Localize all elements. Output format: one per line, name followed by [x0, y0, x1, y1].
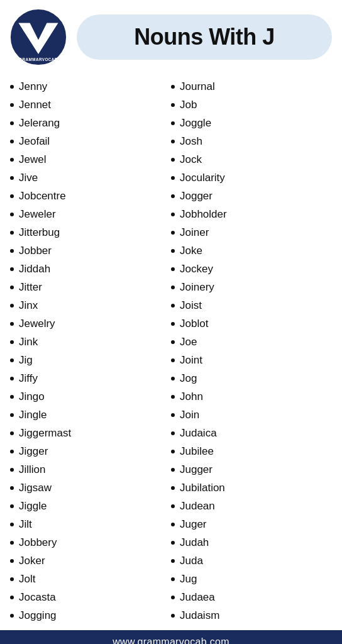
noun-word: Jocasta [19, 591, 56, 604]
noun-word: Join [180, 409, 199, 421]
bullet-icon [171, 213, 175, 216]
bullet-icon [171, 140, 175, 143]
bullet-icon [171, 121, 175, 125]
list-item: Jiggle [10, 497, 171, 514]
noun-word: Juger [180, 518, 207, 531]
bullet-icon [171, 322, 175, 326]
list-item: Jocularity [171, 169, 332, 186]
noun-word: Jockey [180, 263, 213, 275]
noun-word: Jogger [180, 190, 212, 203]
bullet-icon [10, 358, 14, 362]
noun-word: Jink [19, 336, 38, 348]
list-item: Joinery [171, 279, 332, 296]
noun-word: Jelerang [19, 117, 60, 130]
left-column: JennyJennetJelerangJeofailJewelJiveJobce… [10, 78, 171, 624]
bullet-icon [10, 431, 14, 435]
bullet-icon [171, 395, 175, 399]
content-area: JennyJennetJelerangJeofailJewelJiveJobce… [0, 72, 342, 630]
noun-word: Joist [180, 299, 202, 312]
bullet-icon [171, 286, 175, 289]
bullet-icon [10, 541, 14, 545]
bullet-icon [10, 158, 14, 162]
list-item: Jolt [10, 570, 171, 587]
list-item: Joiner [171, 224, 332, 241]
noun-word: Jobber [19, 245, 52, 257]
noun-word: Jolt [19, 573, 35, 586]
bullet-icon [10, 413, 14, 417]
noun-word: Jogging [19, 609, 57, 622]
noun-word: Joke [180, 245, 202, 257]
noun-word: Jenny [19, 80, 47, 93]
noun-word: Jugger [180, 464, 212, 476]
list-item: Join [171, 406, 332, 423]
list-item: Jigger [10, 443, 171, 460]
bullet-icon [10, 577, 14, 581]
bullet-icon [171, 176, 175, 180]
list-item: Jeofail [10, 133, 171, 150]
noun-word: Jive [19, 172, 38, 184]
footer: www.grammarvocab.com [0, 630, 342, 644]
bullet-icon [10, 395, 14, 399]
bullet-icon [171, 231, 175, 235]
bullet-icon [171, 85, 175, 89]
bullet-icon [10, 267, 14, 271]
bullet-icon [171, 450, 175, 453]
bullet-icon [10, 103, 14, 107]
list-item: Jink [10, 333, 171, 350]
list-item: Joblot [171, 315, 332, 332]
header: G GRAMMARVOCAB Nouns With J [0, 0, 342, 72]
list-item: Jubilation [171, 479, 332, 496]
list-item: Judaism [171, 607, 332, 624]
list-item: Jubilee [171, 443, 332, 460]
noun-word: Jobbery [19, 536, 57, 549]
list-item: Jobholder [171, 206, 332, 223]
bullet-icon [171, 377, 175, 380]
list-item: Joe [171, 333, 332, 350]
footer-url: www.grammarvocab.com [113, 636, 229, 644]
bullet-icon [171, 504, 175, 508]
noun-word: Jigger [19, 445, 48, 458]
noun-word: Jug [180, 573, 197, 586]
noun-word: Jig [19, 354, 33, 367]
list-item: Jiddah [10, 260, 171, 277]
list-item: Joker [10, 552, 171, 569]
bullet-icon [10, 340, 14, 344]
bullet-icon [10, 559, 14, 563]
list-item: Journal [171, 78, 332, 95]
list-item: Jug [171, 570, 332, 587]
list-item: Jock [171, 151, 332, 168]
svg-text:GRAMMARVOCAB: GRAMMARVOCAB [19, 57, 58, 62]
bullet-icon [10, 468, 14, 472]
noun-word: Jobcentre [19, 190, 66, 203]
noun-word: Jennet [19, 99, 51, 111]
noun-word: Joker [19, 555, 45, 567]
bullet-icon [10, 249, 14, 253]
list-item: Jilt [10, 516, 171, 533]
noun-word: Jingo [19, 391, 45, 403]
noun-word: Joint [180, 354, 202, 367]
noun-word: Jigsaw [19, 482, 52, 494]
list-item: Jennet [10, 96, 171, 113]
noun-word: Jocularity [180, 172, 225, 184]
list-item: Jingle [10, 406, 171, 423]
noun-word: Jeweler [19, 208, 56, 221]
noun-word: Jiffy [19, 372, 38, 385]
noun-word: Joblot [180, 318, 208, 330]
bullet-icon [10, 377, 14, 380]
bullet-icon [171, 413, 175, 417]
list-item: Joke [171, 242, 332, 259]
noun-word: Jubilee [180, 445, 214, 458]
bullet-icon [10, 231, 14, 235]
bullet-icon [171, 486, 175, 490]
noun-word: Joe [180, 336, 197, 348]
list-item: Joggle [171, 114, 332, 131]
bullet-icon [171, 358, 175, 362]
noun-word: Jingle [19, 409, 47, 421]
noun-word: Job [180, 99, 197, 111]
list-item: Jobbery [10, 534, 171, 551]
bullet-icon [171, 559, 175, 563]
noun-word: Jubilation [180, 482, 225, 494]
bullet-icon [10, 121, 14, 125]
bullet-icon [171, 340, 175, 344]
list-item: Jewel [10, 151, 171, 168]
